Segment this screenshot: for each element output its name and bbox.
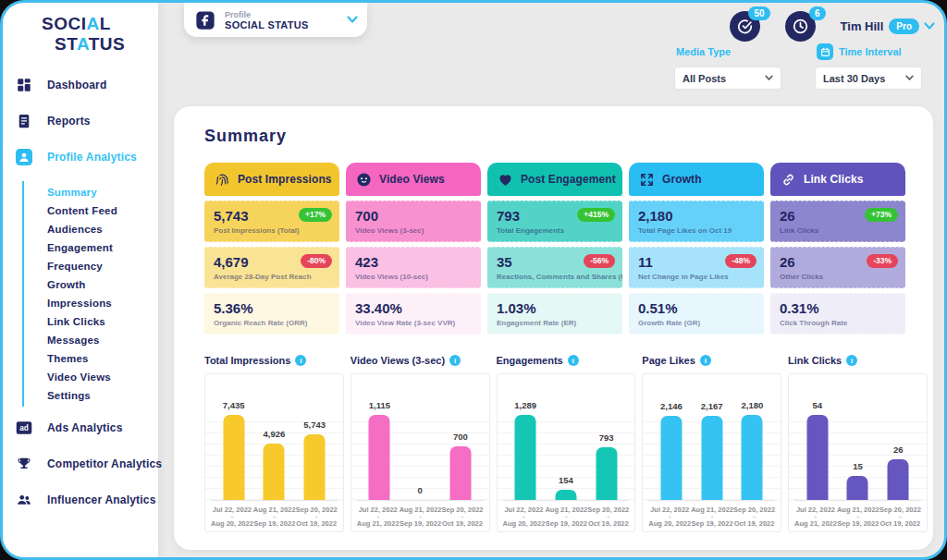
chart-title-row: Page Likesi: [642, 355, 781, 366]
x-label-end-date: Sep 19, 2022: [253, 519, 295, 529]
sidebar-subitem-video-views[interactable]: Video Views: [47, 368, 158, 386]
notification-button[interactable]: 50: [730, 11, 760, 42]
chart-bar-slot: 26: [877, 383, 919, 500]
bar-value-label: 15: [853, 461, 863, 471]
chevron-down-icon[interactable]: [924, 22, 935, 30]
metric-label: Link Clicks: [780, 226, 896, 235]
reports-icon: [16, 113, 32, 129]
chevron-down-icon: [765, 75, 773, 81]
x-axis-label: Aug 21, 2022-Sep 19, 2022: [837, 505, 879, 529]
metric-column-growth: Growth2,180Total Page Likes on Oct 1911-…: [629, 163, 764, 335]
metric-row: 5,743+17%Post Impressions (Total): [204, 201, 339, 242]
chart-total-impressions: Total Impressionsi7,4354,9265,743Jul 22,…: [204, 355, 344, 532]
sidebar-subitem-link-clicks[interactable]: Link Clicks: [47, 312, 158, 331]
x-axis-label: Aug 21, 2022-Sep 19, 2022: [400, 505, 442, 529]
metric-label: Average 28-Day Post Reach: [214, 273, 330, 281]
metric-row: 423Video Views (10-sec): [346, 247, 481, 288]
metric-title: Post Engagement: [521, 173, 616, 186]
chart-bar-slot: 5,743: [293, 383, 336, 500]
chart-bar: [515, 415, 536, 500]
chart-title: Page Likes: [642, 355, 695, 366]
media-type-select[interactable]: All Posts: [674, 67, 781, 90]
sidebar-subitem-summary[interactable]: Summary: [47, 183, 158, 201]
metric-row: 0.51%Growth Rate (GR): [629, 293, 764, 335]
sidebar-item-ads-analytics[interactable]: adAds Analytics: [3, 416, 158, 441]
user-menu[interactable]: Tim Hill Pro: [841, 18, 935, 34]
metric-row: 33.40%Video View Rate (3-sec VVR): [346, 293, 481, 335]
time-interval-value: Last 30 Days: [823, 73, 885, 84]
sidebar-subitem-themes[interactable]: Themes: [47, 349, 158, 368]
chart-bar: [596, 447, 617, 500]
chart-title: Video Views (3-sec): [351, 355, 445, 366]
sidebar-subitem-frequency[interactable]: Frequency: [47, 257, 158, 275]
trophy-icon: [16, 456, 32, 472]
time-interval-label: Time Interval: [839, 46, 902, 57]
sidebar-item-reports[interactable]: Reports: [3, 109, 158, 134]
x-axis-label: Sep 20, 2022-Oct 19, 2022: [441, 505, 483, 529]
sidebar-item-influencer-analytics[interactable]: Influencer Analytics: [3, 488, 158, 513]
bar-value-label: 700: [453, 432, 468, 442]
chevron-down-icon[interactable]: [347, 16, 358, 24]
sidebar: SOCIAL STATUS DashboardReportsProfile An…: [3, 3, 158, 557]
metric-column-post-impressions: Post Impressions5,743+17%Post Impression…: [204, 163, 339, 335]
bar-value-label: 1,115: [369, 400, 390, 410]
sidebar-subitem-growth[interactable]: Growth: [47, 275, 158, 294]
sidebar-subitem-audiences[interactable]: Audiences: [47, 220, 158, 238]
profile-selector[interactable]: Profile SOCIAL STATUS: [184, 3, 367, 37]
chart-plot: 2,1462,1672,180: [648, 383, 775, 501]
metric-column-link-clicks: Link Clicks26+73%Link Clicks26-33%Other …: [770, 163, 905, 335]
sidebar-item-label: Dashboard: [47, 79, 106, 91]
chart-title-row: Video Views (3-sec)i: [351, 355, 490, 366]
info-icon[interactable]: i: [568, 355, 579, 366]
media-type-label: Media Type: [676, 46, 731, 57]
metric-value: 423: [355, 254, 472, 270]
charts-grid: Total Impressionsi7,4354,9265,743Jul 22,…: [204, 355, 905, 532]
growth-icon: [639, 172, 655, 188]
chart-bar-slot: 4,926: [252, 383, 295, 500]
x-label-end-date: Sep 19, 2022: [837, 519, 879, 529]
info-icon[interactable]: i: [846, 355, 857, 366]
x-axis-label: Jul 22, 2022-Aug 21, 2022: [357, 505, 400, 529]
info-icon[interactable]: i: [449, 355, 461, 366]
x-axis-label: Jul 22, 2022-Aug 20, 2022: [211, 505, 253, 529]
x-axis-label: Jul 22, 2022-Aug 20, 2022: [503, 505, 546, 529]
bar-value-label: 1,289: [514, 400, 536, 410]
sidebar-subitem-impressions[interactable]: Impressions: [47, 294, 158, 312]
change-badge: -80%: [301, 254, 332, 268]
sidebar-subitem-settings[interactable]: Settings: [47, 386, 158, 405]
chart-bar-slot: 700: [439, 383, 482, 500]
x-label-end-date: Aug 20, 2022: [211, 519, 253, 529]
chart-link-clicks: Link Clicksi541526Jul 22, 2022-Aug 21, 2…: [788, 355, 928, 532]
calendar-icon: [817, 43, 833, 60]
sidebar-nav: DashboardReportsProfile AnalyticsSummary…: [3, 73, 158, 513]
info-icon[interactable]: i: [295, 355, 306, 366]
chart-bar-slot: 0: [399, 383, 441, 500]
chart-bar: [264, 444, 285, 500]
sidebar-subitem-content-feed[interactable]: Content Feed: [47, 201, 158, 220]
sidebar-subitem-messages[interactable]: Messages: [47, 331, 158, 349]
notification-button[interactable]: 6: [785, 11, 816, 42]
chevron-down-icon: [905, 75, 914, 81]
chart-title: Link Clicks: [788, 355, 842, 366]
sidebar-subitem-engagement[interactable]: Engagement: [47, 238, 158, 257]
x-label-end-date: Sep 19, 2022: [400, 519, 441, 529]
sidebar-item-dashboard[interactable]: Dashboard: [3, 73, 158, 98]
metric-label: Engagement Rate (ER): [497, 319, 613, 327]
screenshot-stage: SOCIAL STATUS DashboardReportsProfile An…: [0, 0, 947, 560]
sidebar-item-profile-analytics[interactable]: Profile Analytics: [3, 145, 158, 170]
chart-title-row: Link Clicksi: [788, 355, 928, 366]
metric-header: Link Clicks: [770, 163, 905, 196]
x-axis-labels: Jul 22, 2022-Aug 20, 2022Aug 21, 2022-Se…: [648, 501, 775, 529]
chart-bar-slot: 793: [585, 383, 628, 500]
x-axis-label: Jul 22, 2022-Aug 21, 2022: [794, 505, 837, 529]
info-icon[interactable]: i: [700, 355, 711, 366]
summary-card: Summary Post Impressions5,743+17%Post Im…: [174, 106, 933, 550]
chart-title-row: Total Impressionsi: [204, 355, 344, 366]
time-interval-select[interactable]: Last 30 Days: [815, 67, 922, 90]
chart-bar: [304, 434, 326, 500]
metric-column-post-engagement: Post Engagement793+415%Total Engagements…: [487, 163, 622, 335]
sidebar-item-competitor-analytics[interactable]: Competitor Analytics: [3, 452, 158, 477]
metric-header: Growth: [629, 163, 764, 196]
bar-value-label: 154: [559, 475, 573, 485]
change-badge: +415%: [577, 208, 615, 222]
